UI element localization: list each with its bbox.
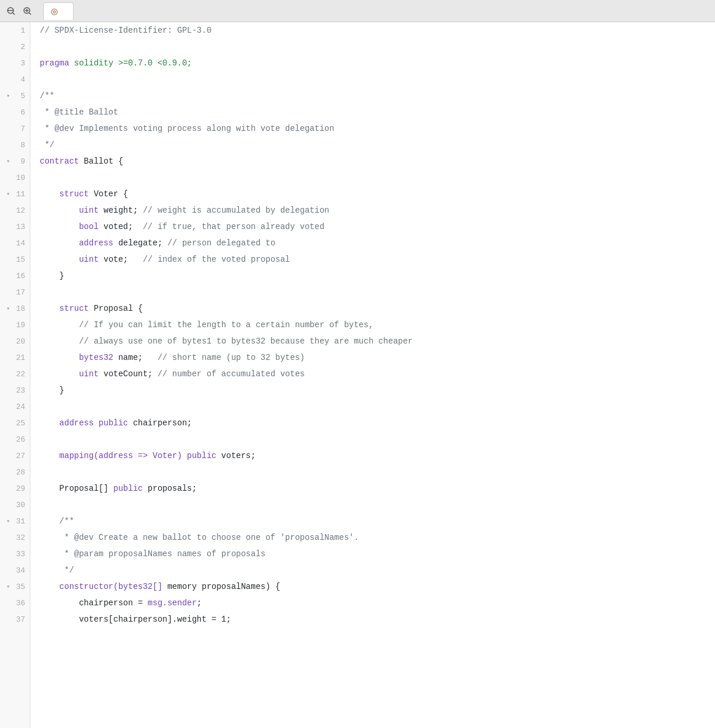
token: vote; xyxy=(99,255,143,264)
token: * @dev Implements voting process along w… xyxy=(40,124,334,133)
code-line-27: mapping(address => Voter) public voters; xyxy=(30,448,715,464)
code-line-30 xyxy=(30,497,715,513)
fold-arrow-31[interactable]: ▾ xyxy=(5,518,11,525)
line-num-text-20: 20 xyxy=(13,337,25,346)
line-num-text-28: 28 xyxy=(13,468,25,477)
code-line-7: * @dev Implements voting process along w… xyxy=(30,120,715,137)
line-number-32: 32 xyxy=(0,529,30,546)
file-tab[interactable]: ◎ xyxy=(43,2,74,20)
code-line-25: address public chairperson; xyxy=(30,415,715,431)
token xyxy=(40,533,64,542)
token: address xyxy=(40,418,93,428)
token: // SPDX-License-Identifier: GPL-3.0 xyxy=(40,26,211,35)
editor-container: 1234▾5678▾910▾11121314151617▾18192021222… xyxy=(0,22,715,728)
fold-arrow-5[interactable]: ▾ xyxy=(5,92,11,99)
token: chairperson = xyxy=(40,598,148,608)
file-tab-icon: ◎ xyxy=(51,6,58,16)
fold-arrow-35[interactable]: ▾ xyxy=(5,583,11,590)
line-num-text-1: 1 xyxy=(13,26,25,35)
code-line-36: chairperson = msg.sender; xyxy=(30,595,715,611)
token: Proposal[] xyxy=(40,484,109,493)
line-num-text-31: 31 xyxy=(13,517,25,526)
code-line-2 xyxy=(30,39,715,55)
token: uint xyxy=(40,369,99,379)
token: public xyxy=(109,484,143,493)
token xyxy=(40,566,64,575)
token: public xyxy=(182,451,217,460)
line-num-text-18: 18 xyxy=(13,304,25,313)
token: chairperson; xyxy=(128,418,192,428)
fold-arrow-9[interactable]: ▾ xyxy=(5,158,11,165)
line-num-text-29: 29 xyxy=(13,484,25,493)
line-number-11: ▾11 xyxy=(0,186,30,202)
token: struct xyxy=(40,304,89,313)
line-number-36: 36 xyxy=(0,595,30,611)
line-number-23: 23 xyxy=(0,382,30,398)
line-number-35: ▾35 xyxy=(0,578,30,595)
code-line-9: contract Ballot { xyxy=(30,153,715,169)
zoom-in-button[interactable] xyxy=(21,5,34,18)
line-number-31: ▾31 xyxy=(0,513,30,529)
line-num-text-8: 8 xyxy=(13,141,25,150)
code-area[interactable]: // SPDX-License-Identifier: GPL-3.0 prag… xyxy=(30,22,715,728)
code-line-13: bool voted; // if true, that person alre… xyxy=(30,219,715,235)
line-num-text-9: 9 xyxy=(13,157,25,166)
line-num-text-6: 6 xyxy=(13,108,25,117)
token: voted; xyxy=(99,222,143,231)
line-num-text-26: 26 xyxy=(13,435,25,444)
line-number-37: 37 xyxy=(0,611,30,628)
token xyxy=(40,549,64,559)
code-line-22: uint voteCount; // number of accumulated… xyxy=(30,366,715,382)
code-line-34: */ xyxy=(30,562,715,578)
line-num-text-4: 4 xyxy=(13,75,25,84)
token: solidity >=0.7.0 <0.9.0; xyxy=(69,58,192,68)
token: // always use one of bytes1 to bytes32 b… xyxy=(79,337,412,346)
line-num-text-17: 17 xyxy=(13,288,25,297)
token: uint xyxy=(40,206,99,215)
code-line-1: // SPDX-License-Identifier: GPL-3.0 xyxy=(30,22,715,39)
line-number-34: 34 xyxy=(0,562,30,578)
code-line-33: * @param proposalNames names of proposal… xyxy=(30,546,715,562)
line-number-12: 12 xyxy=(0,202,30,219)
code-line-19: // If you can limit the length to a cert… xyxy=(30,317,715,333)
code-line-24 xyxy=(30,398,715,415)
token: mapping(address => Voter) xyxy=(40,451,182,460)
code-line-11: struct Voter { xyxy=(30,186,715,202)
code-line-17 xyxy=(30,284,715,300)
tab-bar: ◎ xyxy=(0,0,715,22)
zoom-out-button[interactable] xyxy=(5,5,18,18)
token xyxy=(40,320,79,330)
line-num-text-2: 2 xyxy=(13,43,25,51)
line-number-24: 24 xyxy=(0,398,30,415)
line-number-29: 29 xyxy=(0,480,30,497)
code-line-29: Proposal[] public proposals; xyxy=(30,480,715,497)
token: // number of accumulated votes xyxy=(158,369,305,379)
code-line-5: /** xyxy=(30,88,715,104)
token: proposals; xyxy=(143,484,196,493)
token: bool xyxy=(40,222,99,231)
line-num-text-12: 12 xyxy=(13,206,25,215)
token: // If you can limit the length to a cert… xyxy=(79,320,373,330)
line-num-text-7: 7 xyxy=(13,124,25,133)
token: Ballot { xyxy=(79,157,123,166)
fold-arrow-18[interactable]: ▾ xyxy=(5,305,11,312)
line-num-text-11: 11 xyxy=(13,190,25,199)
code-line-16: } xyxy=(30,268,715,284)
token: * @title Ballot xyxy=(40,108,118,117)
code-line-21: bytes32 name; // short name (up to 32 by… xyxy=(30,349,715,366)
line-number-18: ▾18 xyxy=(0,300,30,317)
token: // person delegated to xyxy=(167,238,275,248)
token: constructor(bytes32[] xyxy=(40,582,162,591)
line-number-26: 26 xyxy=(0,431,30,448)
line-num-text-34: 34 xyxy=(13,566,25,575)
line-numbers-gutter: 1234▾5678▾910▾11121314151617▾18192021222… xyxy=(0,22,30,728)
token: * @dev Create a new ballot to choose one… xyxy=(64,533,359,542)
line-number-21: 21 xyxy=(0,349,30,366)
code-line-32: * @dev Create a new ballot to choose one… xyxy=(30,529,715,546)
line-num-text-24: 24 xyxy=(13,403,25,411)
line-num-text-16: 16 xyxy=(13,272,25,280)
fold-arrow-11[interactable]: ▾ xyxy=(5,190,11,197)
token: weight; xyxy=(99,206,143,215)
line-num-text-23: 23 xyxy=(13,386,25,395)
token xyxy=(40,337,79,346)
